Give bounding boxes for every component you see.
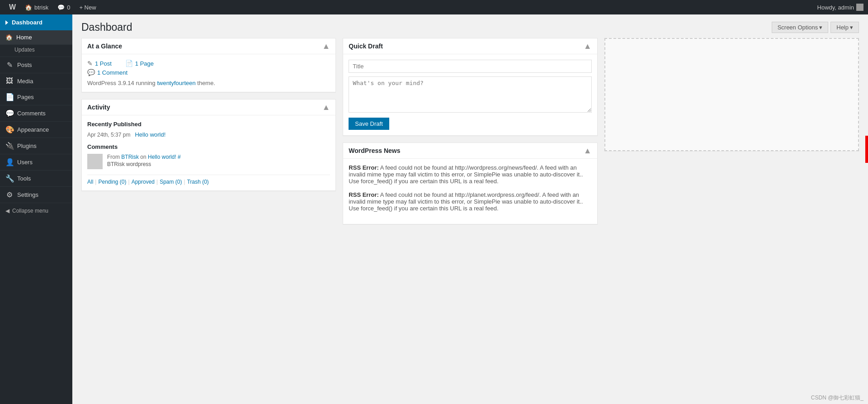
wordpress-news-header: WordPress News ▲ <box>343 143 597 159</box>
activity-filter: All | Pending (0) | Approved | Spam (0) … <box>87 175 330 185</box>
site-name: btrisk <box>34 4 48 11</box>
filter-pending-link[interactable]: Pending (0) <box>98 179 126 185</box>
sidebar-item-plugins[interactable]: 🔌 Plugins <box>0 138 72 154</box>
error2-text: A feed could not be found at http://plan… <box>349 191 583 212</box>
sidebar-item-users[interactable]: 👤 Users <box>0 154 72 171</box>
house-icon: 🏠 <box>25 4 32 11</box>
activity-header: Activity ▲ <box>82 100 335 115</box>
wp-logo-icon: W <box>9 3 16 11</box>
post-icon: ✎ <box>87 60 93 67</box>
news-error-1: RSS Error: A feed could not be found at … <box>349 164 591 185</box>
panels-grid: At a Glance ▲ ✎ 1 Post 📄 1 Page <box>81 38 859 224</box>
filter-trash-link[interactable]: Trash (0) <box>187 179 209 185</box>
sidebar: Dashboard 🏠 Home Updates ✎ Posts 🖼 Media… <box>0 14 72 404</box>
posts-icon: ✎ <box>5 61 14 69</box>
wp-info: WordPress 3.9.14 running twentyfourteen … <box>87 80 330 86</box>
sidebar-home-label: Home <box>16 34 32 41</box>
dashboard-arrow-icon <box>5 20 8 25</box>
sidebar-comments-label: Comments <box>17 110 46 117</box>
filter-approved-link[interactable]: Approved <box>132 179 155 185</box>
admin-bar: W 🏠 btrisk 💬 0 + New Howdy, admin <box>0 0 868 14</box>
new-label: + New <box>79 4 96 11</box>
quick-draft-body: Save Draft <box>343 54 597 135</box>
glance-stats-row: ✎ 1 Post 📄 1 Page <box>87 60 330 67</box>
sidebar-tools-label: Tools <box>17 175 31 182</box>
appearance-icon: 🎨 <box>5 125 14 134</box>
post-stat: ✎ 1 Post <box>87 60 112 67</box>
filter-spam-link[interactable]: Spam (0) <box>160 179 182 185</box>
post-count-link[interactable]: 1 Post <box>95 60 112 67</box>
quick-draft-collapse-btn[interactable]: ▲ <box>584 42 592 50</box>
sidebar-updates-label: Updates <box>14 47 35 53</box>
activity-post-link[interactable]: Hello world! <box>135 131 165 138</box>
sidebar-item-tools[interactable]: 🔧 Tools <box>0 171 72 187</box>
home-icon: 🏠 <box>5 34 13 41</box>
top-bar: Dashboard Screen Options ▾ Help ▾ <box>81 21 859 33</box>
sidebar-item-posts[interactable]: ✎ Posts <box>0 57 72 73</box>
quick-draft-header: Quick Draft ▲ <box>343 38 597 54</box>
at-a-glance-collapse-btn[interactable]: ▲ <box>322 42 330 50</box>
comments-icon: 💬 <box>5 109 14 118</box>
filter-all-link[interactable]: All <box>87 179 93 185</box>
wp-info-text: WordPress 3.9.14 running <box>87 80 157 86</box>
sidebar-item-comments[interactable]: 💬 Comments <box>0 105 72 122</box>
help-label: Help <box>836 24 849 31</box>
top-bar-actions: Screen Options ▾ Help ▾ <box>772 22 859 33</box>
sidebar-media-label: Media <box>17 78 33 85</box>
sidebar-pages-label: Pages <box>17 94 34 100</box>
adminbar-site[interactable]: 🏠 btrisk <box>20 0 53 14</box>
sidebar-item-appearance[interactable]: 🎨 Appearance <box>0 122 72 138</box>
sidebar-dashboard-header[interactable]: Dashboard <box>0 14 72 30</box>
collapse-menu-label: Collapse menu <box>12 208 48 214</box>
error1-label: RSS Error: <box>349 164 378 171</box>
collapse-menu-button[interactable]: ◀ Collapse menu <box>0 203 72 219</box>
comment-post-link[interactable]: Hello world! # <box>148 154 181 160</box>
theme-suffix: theme. <box>196 80 215 86</box>
news-error-2: RSS Error: A feed could not be found at … <box>349 191 591 212</box>
draft-body-input[interactable] <box>349 76 591 113</box>
comments-count: 0 <box>67 4 70 11</box>
comment-on-text: on <box>139 154 148 160</box>
comment-text: BTRisk wordpress <box>107 161 181 167</box>
comment-count-link[interactable]: 1 Comment <box>97 69 127 76</box>
screen-options-button[interactable]: Screen Options ▾ <box>772 22 829 33</box>
comment-author-link[interactable]: BTRisk <box>121 154 139 160</box>
sidebar-item-pages[interactable]: 📄 Pages <box>0 89 72 105</box>
adminbar-comments[interactable]: 💬 0 <box>53 0 75 14</box>
sidebar-item-settings[interactable]: ⚙ Settings <box>0 187 72 203</box>
sidebar-item-home[interactable]: 🏠 Home <box>0 30 72 45</box>
wordpress-news-title: WordPress News <box>349 147 400 154</box>
sidebar-item-media[interactable]: 🖼 Media <box>0 73 72 89</box>
content-area: Dashboard Screen Options ▾ Help ▾ At <box>72 14 868 404</box>
body-field-wrapper <box>349 76 591 114</box>
at-a-glance-title: At a Glance <box>87 43 122 50</box>
sidebar-plugins-label: Plugins <box>17 143 37 149</box>
activity-collapse-btn[interactable]: ▲ <box>322 103 330 111</box>
help-button[interactable]: Help ▾ <box>830 22 859 33</box>
adminbar-new[interactable]: + New <box>75 0 100 14</box>
comments-section-title: Comments <box>87 143 330 150</box>
page-icon: 📄 <box>125 60 133 67</box>
error2-label: RSS Error: <box>349 191 378 198</box>
page-count-link[interactable]: 1 Page <box>135 60 154 67</box>
sidebar-item-updates[interactable]: Updates <box>0 45 72 57</box>
quick-draft-panel: Quick Draft ▲ Save Draft <box>343 38 597 136</box>
right-placeholder-panel <box>604 38 859 151</box>
draft-title-input[interactable] <box>349 60 591 73</box>
media-icon: 🖼 <box>5 77 14 85</box>
wordpress-news-panel: WordPress News ▲ RSS Error: A feed could… <box>343 143 597 224</box>
error1-text: A feed could not be found at http://word… <box>349 164 583 185</box>
scrollbar-indicator <box>865 136 868 163</box>
at-a-glance-body: ✎ 1 Post 📄 1 Page 💬 1 Comment <box>82 54 335 92</box>
watermark: CSDN @御七彩虹猫_ <box>811 394 863 402</box>
adminbar-logo[interactable]: W <box>5 0 20 14</box>
save-draft-button[interactable]: Save Draft <box>349 118 389 130</box>
activity-post-row: Apr 24th, 5:37 pm Hello world! <box>87 131 330 138</box>
howdy-text: Howdy, admin <box>817 4 854 11</box>
screen-options-chevron-icon: ▾ <box>819 24 822 31</box>
quick-draft-title: Quick Draft <box>349 43 382 50</box>
theme-link[interactable]: twentyfourteen <box>157 80 195 86</box>
sidebar-dashboard-label: Dashboard <box>12 19 42 26</box>
page-stat: 📄 1 Page <box>125 60 154 67</box>
wordpress-news-collapse-btn[interactable]: ▲ <box>584 147 592 155</box>
